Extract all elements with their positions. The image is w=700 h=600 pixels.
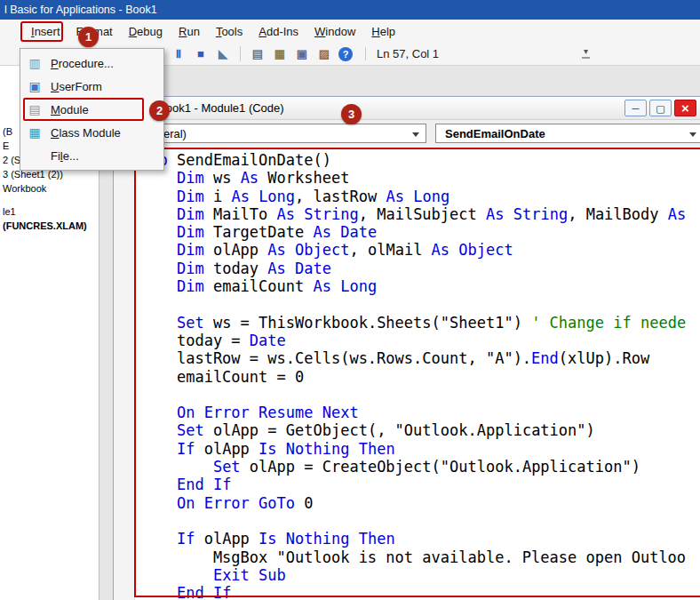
minimize-button[interactable]: ─	[624, 100, 647, 116]
code-line: If olApp Is Nothing Then	[140, 530, 686, 548]
menu-addins[interactable]: Add-Ins	[251, 21, 306, 42]
app-titlebar: l Basic for Applications - Book1	[0, 0, 700, 20]
properties-window-icon[interactable]: ▦	[272, 46, 288, 62]
code-line	[140, 512, 686, 530]
project-tree-item[interactable]: Workbook	[3, 183, 46, 194]
code-window: Book1 - Module1 (Code) ─ ▢ × (General) S…	[113, 96, 700, 600]
code-pane: Sub SendEmailOnDate() Dim ws As Workshee…	[114, 147, 700, 600]
chevron-down-icon	[689, 132, 696, 137]
menu-item-label: Module	[51, 103, 89, 116]
code-line: Set ws = ThisWorkbook.Sheets("Sheet1") '…	[140, 314, 686, 332]
menu-run[interactable]: Run	[171, 21, 208, 42]
toolbar-separator	[240, 46, 241, 61]
code-line: Exit Sub	[140, 566, 686, 584]
code-line: End If	[140, 584, 686, 600]
code-line: Sub SendEmailOnDate()	[140, 151, 686, 169]
code-line: Set olApp = CreateObject("Outlook.Applic…	[140, 458, 686, 476]
menu-item-label: File...	[51, 149, 79, 163]
menu-debug[interactable]: Debug	[121, 21, 171, 42]
code-line: On Error GoTo 0	[140, 494, 686, 512]
menu-item-module[interactable]: ▤Module	[20, 98, 163, 121]
code-line: MsgBox "Outlook is not available. Please…	[140, 548, 686, 566]
app-title: l Basic for Applications - Book1	[4, 4, 157, 16]
code-line: today = Date	[140, 332, 686, 349]
code-window-combos: (General) SendEmailOnDate	[114, 120, 700, 147]
help-icon[interactable]: ?	[338, 47, 353, 61]
code-line: Dim today As Date	[140, 260, 686, 277]
step-badge-1: 1	[78, 27, 99, 47]
code-margin-strip	[114, 147, 135, 600]
menu-item-file[interactable]: File...	[20, 144, 163, 167]
close-button[interactable]: ×	[674, 100, 696, 116]
vba-editor-window: l Basic for Applications - Book1 InsertF…	[0, 0, 700, 600]
menu-window[interactable]: Window	[306, 21, 363, 42]
project-tree-item[interactable]: le1	[3, 206, 16, 217]
toolbar-overflow-chevron-icon[interactable]: ▾	[582, 46, 590, 59]
toolbar-icons: Ⅱ■◣▤▦▣▨?	[171, 46, 353, 62]
code-window-controls: ─ ▢ ×	[624, 100, 696, 116]
project-tree-item[interactable]: (B	[3, 126, 12, 137]
code-line: End If	[140, 476, 686, 493]
code-line: Dim olApp As Object, olMail As Object	[140, 241, 686, 259]
menu-tools[interactable]: Tools	[208, 21, 251, 42]
code-line: Set olApp = GetObject(, "Outlook.Applica…	[140, 421, 686, 439]
code-window-title: Book1 - Module1 (Code)	[158, 101, 284, 115]
code-line: Dim emailCount As Long	[140, 277, 686, 295]
project-explorer-icon[interactable]: ▤	[250, 46, 266, 62]
code-editor[interactable]: Sub SendEmailOnDate() Dim ws As Workshee…	[140, 151, 686, 600]
menu-item-procedure[interactable]: ▥Procedure...	[20, 52, 163, 75]
code-line	[140, 295, 686, 313]
code-line: On Error Resume Next	[140, 404, 686, 421]
toolbox-icon[interactable]: ▨	[316, 46, 332, 62]
menu-item-userform[interactable]: ▣UserForm	[20, 75, 163, 98]
design-mode-icon[interactable]: ◣	[215, 46, 231, 62]
procedure-icon: ▥	[27, 55, 43, 71]
chevron-down-icon	[412, 132, 419, 137]
procedure-combo-value: SendEmailOnDate	[445, 127, 545, 140]
class-module-icon: ▦	[27, 124, 43, 140]
break-icon[interactable]: Ⅱ	[171, 46, 187, 62]
procedure-combo[interactable]: SendEmailOnDate	[435, 124, 700, 143]
userform-icon: ▣	[27, 78, 43, 94]
menu-help[interactable]: Help	[363, 21, 403, 42]
insert-menu-items: ▥Procedure...▣UserForm▤Module▦Class Modu…	[20, 52, 163, 167]
restore-button[interactable]: ▢	[649, 100, 672, 116]
object-browser-icon[interactable]: ▣	[294, 46, 310, 62]
step-badge-2: 2	[149, 100, 170, 121]
code-window-titlebar: Book1 - Module1 (Code) ─ ▢ ×	[114, 97, 700, 120]
module-icon: ▤	[27, 101, 43, 117]
project-tree-item[interactable]: E	[3, 140, 9, 151]
menu-item-label: UserForm	[51, 80, 102, 93]
code-line: Dim i As Long, lastRow As Long	[140, 188, 686, 205]
cursor-position-label: Ln 57, Col 1	[365, 47, 439, 60]
code-line: Dim MailTo As String, MailSubject As Str…	[140, 205, 686, 223]
menu-insert[interactable]: Insert	[23, 21, 68, 42]
code-line: lastRow = ws.Cells(ws.Rows.Count, "A").E…	[140, 349, 686, 367]
code-line: emailCount = 0	[140, 368, 686, 386]
menu-item-label: Procedure...	[51, 57, 114, 70]
menu-item-class-module[interactable]: ▦Class Module	[20, 121, 163, 144]
code-line	[140, 386, 686, 404]
insert-menu-popup: ▥Procedure...▣UserForm▤Module▦Class Modu…	[20, 48, 164, 171]
project-tree-item[interactable]: (FUNCRES.XLAM)	[3, 220, 87, 231]
step-badge-3: 3	[341, 104, 362, 124]
reset-icon[interactable]: ■	[193, 46, 209, 62]
code-line: Dim ws As Worksheet	[140, 169, 686, 187]
menu-item-spacer	[27, 148, 43, 164]
menubar: InsertFormatDebugRunToolsAdd-InsWindowHe…	[0, 20, 700, 43]
code-line: Dim TargetDate As Date	[140, 223, 686, 241]
code-line: If olApp Is Nothing Then	[140, 440, 686, 458]
menu-item-label: Class Module	[51, 126, 121, 140]
